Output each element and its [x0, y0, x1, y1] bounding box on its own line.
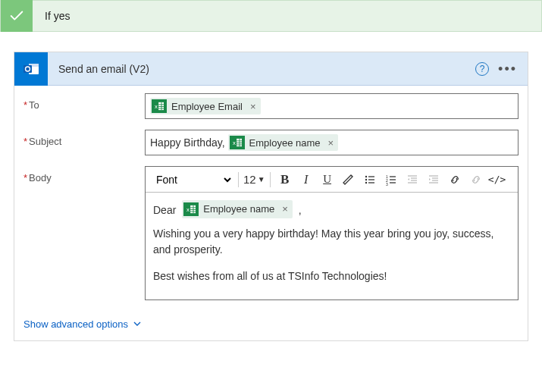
svg-rect-41 — [190, 209, 196, 210]
token-employee-name[interactable]: x Employee name × — [228, 134, 339, 151]
to-input[interactable]: x Employee Email × — [145, 93, 519, 119]
excel-icon: x — [230, 136, 245, 149]
action-header[interactable]: Send an email (V2) ? ••• — [14, 52, 528, 86]
svg-rect-6 — [158, 104, 164, 105]
to-row: *To x Employee Email × — [23, 93, 519, 119]
subject-label: *Subject — [23, 130, 145, 155]
body-content[interactable]: Dear x Employee name × , Wishing you a v… — [146, 193, 518, 299]
chevron-down-icon — [133, 319, 142, 328]
condition-header: If yes — [0, 0, 542, 32]
svg-rect-9 — [161, 102, 162, 110]
svg-point-18 — [365, 175, 366, 177]
svg-rect-8 — [158, 108, 164, 109]
font-size-value[interactable]: 12 — [243, 173, 256, 186]
condition-title: If yes — [33, 10, 70, 22]
svg-text:3: 3 — [386, 182, 388, 186]
font-select[interactable]: Font — [150, 171, 233, 188]
link-button[interactable] — [445, 170, 465, 190]
svg-rect-15 — [237, 145, 242, 146]
token-remove-icon[interactable]: × — [282, 202, 288, 217]
to-label: *To — [23, 93, 145, 119]
show-advanced-toggle[interactable]: Show advanced options — [14, 312, 528, 340]
body-label: *Body — [23, 166, 145, 300]
svg-rect-13 — [237, 140, 242, 141]
svg-rect-40 — [190, 207, 196, 208]
svg-rect-7 — [158, 106, 164, 107]
body-paragraph-2: Best wishes from all of us at TSInfo Tec… — [153, 268, 510, 284]
token-label: Employee name — [249, 137, 321, 149]
italic-button[interactable]: I — [296, 170, 316, 190]
token-label: Employee name — [203, 202, 274, 217]
token-employee-name-body[interactable]: x Employee name × — [182, 200, 293, 218]
svg-point-19 — [365, 178, 366, 180]
svg-text:x: x — [186, 206, 190, 213]
subject-text: Happy Birthday, — [150, 136, 225, 149]
outdent-button[interactable] — [403, 170, 422, 190]
outlook-icon — [14, 52, 48, 86]
color-button[interactable] — [339, 170, 359, 190]
subject-row: *Subject Happy Birthday, x Employee name… — [23, 130, 519, 155]
unlink-button[interactable] — [466, 170, 486, 190]
token-remove-icon[interactable]: × — [250, 101, 256, 112]
advanced-label: Show advanced options — [23, 318, 128, 330]
help-icon[interactable]: ? — [475, 62, 489, 76]
body-paragraph-1: Wishing you a very happy birthday! May t… — [153, 226, 510, 258]
indent-button[interactable] — [424, 170, 443, 190]
body-input[interactable]: Font 12 ▼ B I U — [145, 166, 519, 300]
token-remove-icon[interactable]: × — [328, 137, 334, 149]
subject-input[interactable]: Happy Birthday, x Employee name × — [145, 130, 519, 155]
number-list-button[interactable]: 123 — [381, 170, 401, 190]
excel-icon: x — [152, 99, 167, 113]
chevron-down-icon[interactable]: ▼ — [258, 175, 265, 183]
action-card: Send an email (V2) ? ••• *To x Employee … — [14, 52, 528, 341]
token-employee-email[interactable]: x Employee Email × — [150, 98, 261, 114]
svg-text:x: x — [155, 103, 158, 110]
svg-rect-14 — [237, 143, 242, 143]
svg-rect-16 — [239, 139, 240, 146]
svg-rect-42 — [190, 211, 196, 212]
more-menu-icon[interactable]: ••• — [498, 65, 517, 73]
body-row: *Body Font 12 ▼ B I — [23, 166, 519, 300]
token-label: Employee Email — [171, 101, 243, 112]
svg-rect-43 — [193, 205, 194, 213]
rte-toolbar: Font 12 ▼ B I U — [146, 167, 518, 193]
svg-text:x: x — [233, 140, 236, 146]
underline-button[interactable]: U — [318, 170, 337, 190]
svg-point-20 — [365, 181, 366, 183]
bullet-list-button[interactable] — [360, 170, 380, 190]
greeting-line: Dear x Employee name × , — [153, 200, 510, 218]
check-icon — [1, 0, 33, 32]
code-view-button[interactable]: </> — [487, 170, 507, 190]
bold-button[interactable]: B — [275, 170, 295, 190]
action-title: Send an email (V2) — [48, 63, 475, 75]
excel-icon: x — [183, 202, 199, 216]
